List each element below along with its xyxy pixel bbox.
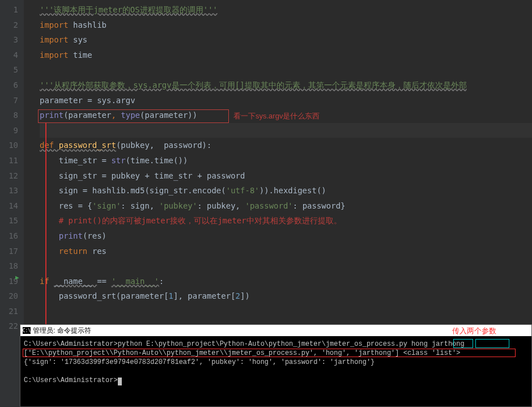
line-number: 2 xyxy=(0,18,24,33)
line-number: 17 xyxy=(0,244,24,259)
line-number: 9 xyxy=(0,123,24,138)
paren: ]) xyxy=(240,291,250,300)
code: time_str xyxy=(40,156,102,165)
module: sys xyxy=(69,35,88,44)
terminal-prompt: C:\Users\Administrator> xyxy=(24,376,118,384)
builtin-print: print xyxy=(40,111,63,120)
annotation-label: 传入两个参数 xyxy=(452,326,496,336)
code: sign_str xyxy=(40,171,102,180)
expression: pubkey + time_str + password xyxy=(111,171,245,180)
run-gutter-icon[interactable]: ▶ xyxy=(15,274,19,281)
keyword-if: if xyxy=(40,277,54,286)
terminal-cursor xyxy=(118,378,122,385)
line-number: 18 xyxy=(0,258,24,274)
terminal-line: ['E:\\python_project\\Python-Auto\\pytho… xyxy=(24,349,461,357)
number: 1 xyxy=(169,291,173,300)
line-number: 3 xyxy=(0,32,24,48)
module: time xyxy=(69,50,92,60)
call: time.time xyxy=(130,156,173,165)
function-name: password_srt xyxy=(59,141,116,150)
terminal-line: C:\Users\Administrator>python E:\python_… xyxy=(24,340,465,348)
keyword: import xyxy=(40,35,69,44)
keyword-return: return xyxy=(59,247,92,256)
variable: parameter xyxy=(40,96,87,105)
line-number: 11 xyxy=(0,153,24,168)
paren: ( xyxy=(63,111,68,120)
line-number: 13 xyxy=(0,183,24,198)
indent xyxy=(40,247,59,256)
paren: )) xyxy=(188,111,197,120)
terminal-line: {'sign': '17363d399f3e9794e0783d207f81ea… xyxy=(24,358,374,366)
brace: } xyxy=(341,201,345,210)
line-number: 15 xyxy=(0,213,24,228)
terminal-output[interactable]: C:\Users\Administrator>python E:\python_… xyxy=(20,336,531,388)
paren: ()) xyxy=(173,156,188,165)
args: (res) xyxy=(83,231,107,240)
code: : pubkey, xyxy=(197,201,245,210)
builtin-type: type xyxy=(121,111,140,120)
arg: parameter xyxy=(69,111,112,120)
arg: parameter xyxy=(144,111,188,120)
line-number: 12 xyxy=(0,168,24,184)
dunder-name: __name__ xyxy=(54,277,97,286)
annotation-label: 看一下sys.argv是什么东西 xyxy=(233,111,320,121)
line-number: 20 xyxy=(0,289,24,304)
brace: { xyxy=(87,201,92,210)
signature: (pubkey, password): xyxy=(116,141,212,150)
string: 'sign' xyxy=(92,201,121,210)
expression: sys.argv xyxy=(97,96,135,105)
docstring: '''从程序外部获取参数，sys.argv是一个列表，可用[]提取其中的元素，其… xyxy=(40,80,467,90)
call: password_srt(parameter[ xyxy=(40,291,169,300)
code: : password xyxy=(293,201,341,210)
call: hashlib.md5(sign_str.encode( xyxy=(92,186,226,195)
module: hashlib xyxy=(69,20,107,29)
number: 2 xyxy=(236,291,240,300)
line-number: 8 xyxy=(0,108,24,123)
docstring: '''该脚本用于jmeter的OS进程提取器的调用''' xyxy=(40,5,218,14)
code: ], parameter[ xyxy=(173,291,236,300)
line-number: 6 xyxy=(0,78,24,93)
line-number: 10 xyxy=(0,138,24,153)
code: sign xyxy=(40,186,83,195)
operator: = xyxy=(78,201,87,210)
string: 'utf-8' xyxy=(226,186,259,195)
terminal-window: C:\ 管理员: 命令提示符 C:\Users\Administrator>py… xyxy=(20,324,532,407)
string: 'pubkey' xyxy=(159,201,197,210)
terminal-title: 管理员: 命令提示符 xyxy=(33,326,91,336)
keyword: import xyxy=(40,20,69,29)
call: )).hexdigest() xyxy=(259,186,326,195)
comment: # print()的内容可被jmeter接收，可以在jmeter中对其相关参数进… xyxy=(40,216,342,225)
string: '__main__' xyxy=(111,277,159,286)
line-number: 19 xyxy=(0,274,24,289)
indent xyxy=(40,231,59,240)
operator: == xyxy=(97,277,111,286)
variable: res xyxy=(92,247,107,256)
operator: = xyxy=(83,186,92,195)
builtin-print: print xyxy=(59,231,83,240)
cmd-icon: C:\ xyxy=(23,327,31,334)
string: 'password' xyxy=(245,201,292,210)
line-number: 21 xyxy=(0,304,24,319)
code: : sign, xyxy=(121,201,159,210)
comma: , xyxy=(111,111,121,120)
keyword: import xyxy=(40,50,69,60)
line-number: 14 xyxy=(0,198,24,214)
code: res xyxy=(40,201,78,210)
operator: = xyxy=(87,96,97,105)
line-number: 4 xyxy=(0,48,24,63)
line-number: 7 xyxy=(0,93,24,108)
line-number: 5 xyxy=(0,62,24,78)
line-number: 1 xyxy=(0,2,24,18)
builtin-str: str xyxy=(111,156,125,165)
paren: ( xyxy=(126,156,130,165)
colon: : xyxy=(159,277,164,286)
operator: = xyxy=(102,156,112,165)
operator: = xyxy=(102,171,112,180)
line-number: 16 xyxy=(0,228,24,244)
keyword-def: def xyxy=(40,141,59,150)
